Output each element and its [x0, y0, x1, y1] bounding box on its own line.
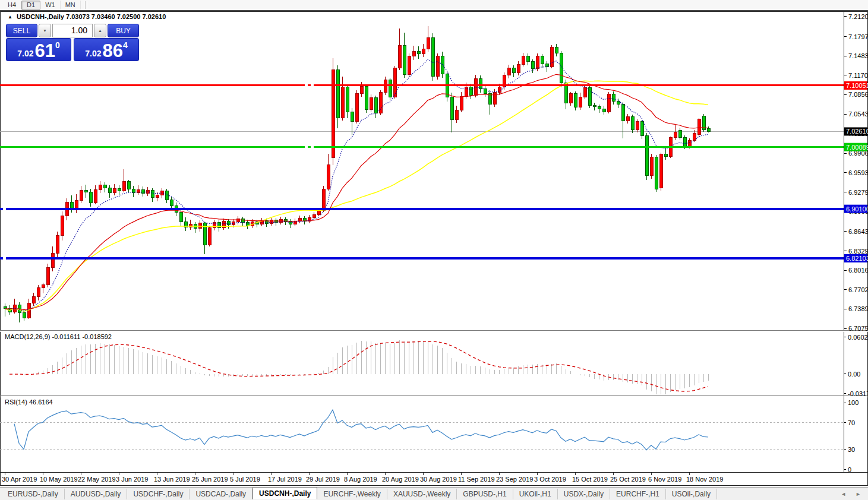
chart-title-row: ▲ USDCNH-,Daily 7.03073 7.03460 7.02500 …: [8, 13, 166, 20]
svg-text:29 Jul 2019: 29 Jul 2019: [306, 476, 340, 483]
volume-increase-button[interactable]: ▲: [94, 24, 106, 37]
svg-text:7.11700: 7.11700: [848, 72, 868, 79]
sell-price-big: 61: [34, 43, 55, 59]
one-click-trade-panel: SELL ▼ 1.00 ▲ BUY 7.02 61 0 7.02 86 4: [6, 24, 139, 61]
macd-indicator-label: MACD(12,26,9) -0.011611 -0.018592: [5, 333, 112, 340]
sell-button[interactable]: SELL: [6, 24, 37, 37]
svg-text:0.00: 0.00: [848, 371, 860, 378]
chart-tab-eurchf-weekly[interactable]: EURCHF-,Weekly: [317, 489, 387, 499]
collapse-panel-icon[interactable]: ▲: [8, 14, 12, 20]
svg-text:30 Aug 2019: 30 Aug 2019: [420, 476, 457, 483]
chart-tab-eurchf-h1[interactable]: EURCHF-,H1: [610, 489, 666, 499]
svg-text:6.80160: 6.80160: [848, 267, 868, 274]
timeframe-button-d1[interactable]: D1: [21, 1, 40, 10]
svg-text:22 May 2019: 22 May 2019: [78, 476, 116, 483]
rsi-indicator-label: RSI(14) 46.6164: [5, 398, 53, 406]
svg-text:30 Apr 2019: 30 Apr 2019: [2, 476, 37, 483]
svg-text:6.70755: 6.70755: [848, 325, 868, 332]
svg-text:-0.03172: -0.03172: [848, 390, 868, 397]
svg-text:7.08565: 7.08565: [848, 91, 868, 98]
svg-text:5 Jul 2019: 5 Jul 2019: [230, 476, 260, 483]
svg-text:7.14835: 7.14835: [848, 52, 868, 59]
svg-text:25 Jun 2019: 25 Jun 2019: [192, 476, 228, 483]
svg-text:6.83295: 6.83295: [848, 248, 868, 255]
svg-text:100: 100: [848, 399, 858, 406]
buy-button[interactable]: BUY: [108, 24, 139, 37]
chart-tab-usdcnh-daily[interactable]: USDCNH-,Daily: [252, 487, 317, 499]
volume-input[interactable]: 1.00: [52, 24, 93, 37]
timeframe-button-mn[interactable]: MN: [61, 1, 81, 10]
chart-tab-usdcad-daily[interactable]: USDCAD-,Daily: [190, 489, 252, 499]
svg-text:6.86430: 6.86430: [848, 228, 868, 235]
svg-text:0.060273: 0.060273: [848, 334, 868, 341]
svg-text:6.95930: 6.95930: [848, 169, 868, 176]
toolbar-separator: [85, 1, 87, 9]
svg-text:8 Aug 2019: 8 Aug 2019: [344, 476, 377, 483]
sell-price-main: 7.02: [17, 48, 33, 59]
svg-text:23 Sep 2019: 23 Sep 2019: [496, 476, 533, 483]
chart-tab-eurusd-daily[interactable]: EURUSD-,Daily: [2, 489, 65, 499]
chart-tab-usdx-daily[interactable]: USDX-,Daily: [558, 489, 610, 499]
svg-text:17 Jul 2019: 17 Jul 2019: [268, 476, 302, 483]
svg-text:6.92795: 6.92795: [848, 189, 868, 196]
chart-tab-xauusd-weekly[interactable]: XAUUSD-,Weekly: [387, 489, 457, 499]
svg-text:6.90100: 6.90100: [846, 205, 868, 213]
svg-text:6.77025: 6.77025: [848, 286, 868, 293]
svg-text:20 Aug 2019: 20 Aug 2019: [382, 476, 419, 483]
timeframe-button-w1[interactable]: W1: [40, 1, 61, 10]
chart-tabs: EURUSD-,DailyAUDUSD-,DailyUSDCHF-,DailyU…: [0, 487, 868, 500]
svg-text:25 Oct 2019: 25 Oct 2019: [610, 476, 646, 483]
svg-text:7.17970: 7.17970: [848, 33, 868, 40]
svg-text:6.82103: 6.82103: [846, 255, 868, 262]
buy-price-button[interactable]: 7.02 86 4: [74, 38, 139, 61]
timeframe-toolbar: H4D1W1MN: [0, 0, 868, 11]
svg-text:7.21200: 7.21200: [848, 13, 868, 20]
chart-tab-usoil-daily[interactable]: USOil-,Daily: [666, 489, 717, 499]
svg-text:70: 70: [848, 419, 855, 426]
tab-scroll-right-icon[interactable]: ►: [856, 491, 861, 497]
sell-price-button[interactable]: 7.02 61 0: [6, 38, 71, 61]
svg-text:13 Jun 2019: 13 Jun 2019: [154, 476, 190, 483]
chart-title: USDCNH-,Daily 7.03073 7.03460 7.02500 7.…: [17, 13, 166, 20]
svg-text:10 May 2019: 10 May 2019: [40, 476, 78, 483]
sell-price-sup: 0: [55, 40, 60, 50]
svg-text:30: 30: [848, 446, 855, 453]
svg-text:3 Jun 2019: 3 Jun 2019: [116, 476, 148, 483]
volume-decrease-button[interactable]: ▼: [39, 24, 51, 37]
chart-tab-audusd-daily[interactable]: AUDUSD-,Daily: [65, 489, 128, 499]
svg-text:6 Nov 2019: 6 Nov 2019: [648, 476, 681, 483]
svg-text:18 Nov 2019: 18 Nov 2019: [686, 476, 723, 483]
chart-tab-ukoil-h1[interactable]: UKOil-,H1: [513, 489, 558, 499]
buy-price-sup: 4: [123, 40, 128, 50]
chart-tab-gbpusd-h1[interactable]: GBPUSD-,H1: [457, 489, 513, 499]
svg-text:6.73890: 6.73890: [848, 305, 868, 312]
timeframe-button-h4[interactable]: H4: [3, 1, 21, 10]
chart-tab-usdchf-daily[interactable]: USDCHF-,Daily: [127, 489, 190, 499]
svg-text:11 Sep 2019: 11 Sep 2019: [458, 476, 495, 483]
svg-text:3 Oct 2019: 3 Oct 2019: [534, 476, 566, 483]
svg-text:0: 0: [848, 466, 851, 473]
svg-text:7.00089: 7.00089: [846, 144, 868, 151]
svg-text:7.10051: 7.10051: [846, 82, 868, 89]
svg-text:7.05430: 7.05430: [848, 110, 868, 118]
svg-text:15 Oct 2019: 15 Oct 2019: [572, 476, 608, 483]
tab-scroll-left-icon[interactable]: ◄: [841, 491, 846, 497]
buy-price-main: 7.02: [85, 48, 101, 59]
buy-price-big: 86: [102, 43, 122, 59]
svg-text:7.02610: 7.02610: [846, 128, 868, 135]
chart-canvas[interactable]: 7.212007.179707.148357.117007.085657.054…: [0, 0, 868, 500]
tab-scroll-arrows: ◄►: [841, 491, 861, 497]
